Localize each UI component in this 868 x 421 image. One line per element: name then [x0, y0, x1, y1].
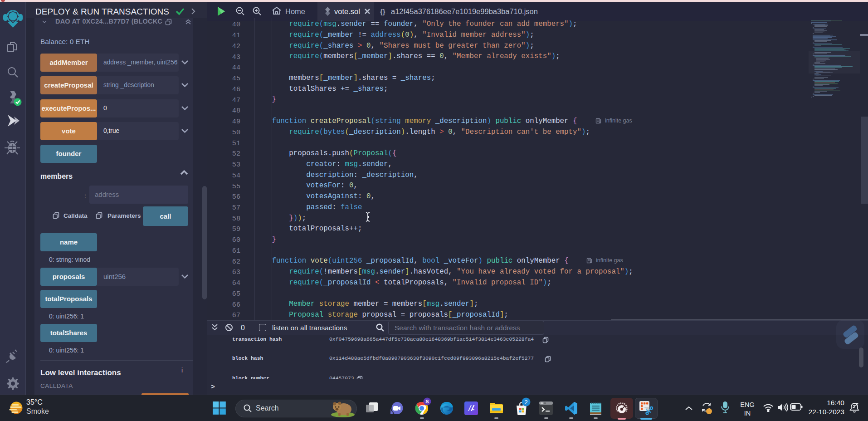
svg-text:2: 2 — [524, 399, 527, 406]
svg-text:S: S — [425, 399, 429, 404]
